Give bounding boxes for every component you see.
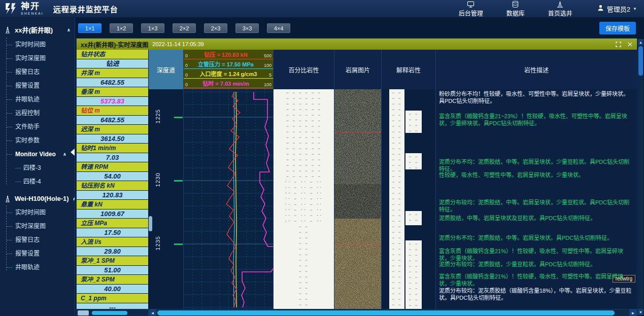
depth-chart-panel: xx井(新井眼)-实时深度图 2022-11-14 17:05:39 钻井状态钻… bbox=[76, 38, 637, 316]
nav-admin-monitor[interactable]: 后台管理 bbox=[459, 1, 483, 17]
lithology-symbol-row: — — bbox=[405, 117, 422, 123]
lithology-description: 富含灰质（碳酸钙含量21%）！性较硬，吸水性、可塑性中等。岩屑呈碎块状，少量块状… bbox=[439, 248, 634, 262]
sidebar-item[interactable]: 报警日志 bbox=[0, 65, 75, 79]
content: 1×11×21×32×22×33×34×4 保存模板 xx井(新井眼)-实时深度… bbox=[75, 18, 644, 316]
depth-axis: 122512301235 bbox=[149, 89, 183, 309]
param-value: 5373.83 bbox=[77, 97, 148, 106]
save-template-button[interactable]: 保存模板 bbox=[599, 22, 636, 34]
nav-database[interactable]: 数据库 bbox=[506, 1, 525, 17]
lithology-symbol-row: — — — — — — bbox=[274, 135, 334, 141]
well-node[interactable]: Wei-H100(Hole-1)∧ bbox=[0, 191, 75, 205]
lithology-symbol-row: — — bbox=[389, 185, 404, 191]
interpreted-lithology-box: — —— —— — bbox=[405, 153, 422, 169]
depth-tick-label: 1230 bbox=[155, 172, 161, 187]
param-label: 钻压别名 kN bbox=[77, 181, 148, 191]
param-value: 7.03 bbox=[77, 153, 148, 162]
param-value: --- bbox=[77, 303, 148, 309]
params-scroll-thumb[interactable] bbox=[92, 311, 127, 315]
layout-button-1×3[interactable]: 1×3 bbox=[141, 23, 164, 33]
layout-button-1×2[interactable]: 1×2 bbox=[110, 23, 133, 33]
lithology-symbol-row: — — — — — — bbox=[274, 113, 334, 118]
lithology-symbol-row: — — bbox=[405, 112, 422, 117]
lithology-symbol-row: — — bbox=[389, 308, 404, 309]
param-label: 钻位 m bbox=[77, 106, 148, 116]
user-menu[interactable]: 管理员2 ▼ bbox=[597, 4, 637, 14]
lithology-description: 泥质胶结，中等。岩屑呈块状及豆粒状。具PDC钻头切削特征。 bbox=[439, 215, 634, 222]
layout-button-2×3[interactable]: 2×3 bbox=[204, 23, 227, 33]
lithology-symbol-row: — — bbox=[389, 213, 404, 219]
lithology-symbol-row: — — bbox=[274, 252, 334, 258]
layout-button-2×2[interactable]: 2×2 bbox=[173, 23, 196, 33]
sidebar-item[interactable]: 实时参数 bbox=[0, 134, 75, 148]
lithology-symbol-row: — — bbox=[389, 113, 404, 118]
lithology-description: 富含灰质（碳酸钙含量21~23%）！性较硬，吸水性、可塑性中等。岩屑呈块状，少量… bbox=[439, 113, 634, 127]
sidebar-item[interactable]: 实时深度图 bbox=[0, 52, 75, 65]
param-value: 54.00 bbox=[77, 172, 148, 181]
lithology-symbol-row: — — bbox=[405, 258, 422, 264]
param-label: 钻时1 min/m bbox=[77, 144, 148, 153]
scroll-down-arrow[interactable]: ▼ bbox=[638, 309, 643, 315]
params-footer-scrollbar bbox=[77, 309, 149, 316]
scroll-left-arrow[interactable]: ◄ bbox=[149, 309, 156, 316]
lithology-symbol-row: — — bbox=[389, 274, 404, 280]
sidebar-group[interactable]: Monitor Video∧ bbox=[0, 148, 75, 161]
lithology-symbol-row: — — bbox=[274, 280, 334, 286]
sidebar-subitem[interactable]: 四楼-3 bbox=[0, 161, 75, 175]
sidebar-item[interactable]: 报警日志 bbox=[0, 233, 75, 247]
lithology-symbol-row: — — — — — — bbox=[274, 146, 334, 152]
percent-lithology-track: — — — — — —— — — — — —— — — — — —— — — —… bbox=[273, 89, 334, 309]
lithology-description: 泥质分布较均：泥灰质胶结（碳酸钙含量18%），中等。岩屑呈块状，少量豆粒状。具P… bbox=[439, 287, 634, 302]
depth-tick-label: 1225 bbox=[155, 109, 161, 123]
depth-tick-mark bbox=[174, 117, 183, 118]
lithology-symbol-row: — — bbox=[389, 180, 404, 185]
layout-button-3×3[interactable]: 3×3 bbox=[235, 23, 259, 33]
lithology-symbol-row: — — bbox=[405, 292, 422, 297]
sidebar-item[interactable]: 报警设置 bbox=[0, 79, 75, 93]
lithology-symbol-row: — — bbox=[405, 247, 422, 253]
params-scroll-button[interactable] bbox=[78, 310, 89, 315]
lithology-symbol-row: — — bbox=[405, 128, 422, 133]
lithology-symbol-row: — — bbox=[389, 157, 404, 163]
collapse-caret-icon: ∧ bbox=[67, 27, 71, 32]
sidebar-item[interactable]: 井眼轨迹 bbox=[0, 261, 75, 274]
lithology-symbol-row: ·· — ·· — ·· bbox=[274, 202, 334, 207]
param-label: 迟深 m bbox=[77, 125, 148, 134]
horizontal-scroll-thumb[interactable] bbox=[157, 310, 615, 315]
depth-track-header: 深度道 bbox=[149, 50, 183, 89]
lithology-symbol-row: — — bbox=[405, 297, 422, 303]
lithology-description: 泥质分布不均：泥质胶结，中等。岩屑呈块状，少量豆粒状。具PDC钻头切削特征。 bbox=[439, 158, 634, 173]
sidebar-collapse-handle[interactable] bbox=[71, 149, 75, 156]
vertical-scroll-thumb[interactable] bbox=[638, 46, 643, 76]
param-label: 钻井状态 bbox=[77, 50, 148, 59]
sidebar-item[interactable]: 井眼轨迹 bbox=[0, 93, 75, 107]
sidebar-item[interactable]: 文件助手 bbox=[0, 120, 75, 134]
sidebar-item[interactable]: 实时深度图 bbox=[0, 220, 75, 233]
param-label: 泵冲_2 SPM bbox=[77, 275, 148, 285]
lithology-symbol-row: — — bbox=[389, 291, 404, 297]
layout-button-1×1[interactable]: 1×1 bbox=[78, 23, 101, 33]
param-label: 井深 m bbox=[77, 68, 148, 78]
lithology-symbol-row: — — bbox=[389, 252, 404, 258]
sidebar-item[interactable]: 远程控制 bbox=[0, 107, 75, 120]
lithology-symbol-row: — — bbox=[274, 286, 334, 291]
expand-icon[interactable] bbox=[616, 42, 621, 47]
close-icon[interactable] bbox=[627, 42, 633, 47]
sidebar: xx井(新井眼)∧实时时间图实时深度图报警日志报警设置井眼轨迹远程控制文件助手实… bbox=[0, 18, 75, 316]
sidebar-item[interactable]: 报警设置 bbox=[0, 247, 75, 261]
horizontal-scrollbar: ◄ ► bbox=[149, 309, 637, 316]
scroll-right-arrow[interactable]: ► bbox=[629, 309, 637, 316]
sidebar-item[interactable]: 实时时间图 bbox=[0, 38, 75, 52]
param-label: 泵冲_1 SPM bbox=[77, 256, 148, 266]
layout-button-4×4[interactable]: 4×4 bbox=[267, 23, 290, 33]
lithology-symbol-row: — — bbox=[274, 308, 334, 309]
nav-well-select[interactable]: 首页选井 bbox=[548, 1, 572, 17]
param-label: 转速 RPM bbox=[77, 162, 148, 172]
scroll-up-arrow[interactable]: ▲ bbox=[638, 39, 643, 45]
well-node[interactable]: xx井(新井眼)∧ bbox=[0, 21, 75, 38]
lithology-symbol-row: — — bbox=[405, 280, 422, 286]
lithology-symbol-row: — — bbox=[389, 152, 404, 157]
sidebar-subitem[interactable]: 四楼-4 bbox=[0, 175, 75, 189]
sidebar-item[interactable]: 实时时间图 bbox=[0, 206, 75, 220]
track-collapse-handle[interactable] bbox=[149, 216, 152, 231]
panel-timestamp: 2022-11-14 17:05:39 bbox=[152, 41, 204, 47]
